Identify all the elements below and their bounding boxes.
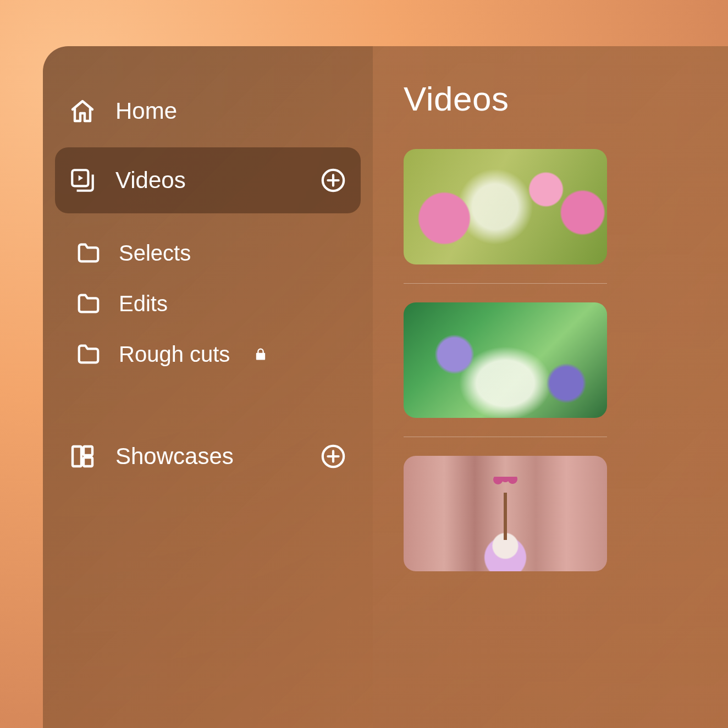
folder-item-rough-cuts[interactable]: Rough cuts — [43, 329, 373, 379]
svg-rect-4 — [84, 457, 92, 466]
folder-label: Rough cuts — [119, 342, 230, 367]
sidebar-item-home[interactable]: Home — [43, 85, 373, 137]
video-thumbnail[interactable] — [404, 456, 607, 571]
folder-label: Edits — [119, 291, 168, 316]
folder-icon — [75, 239, 102, 267]
folder-item-edits[interactable]: Edits — [43, 278, 373, 329]
sidebar-item-showcases[interactable]: Showcases — [43, 430, 373, 483]
page-title: Videos — [404, 79, 728, 118]
sidebar-item-videos[interactable]: Videos — [55, 147, 361, 213]
sidebar-item-label: Showcases — [115, 443, 300, 470]
main-content: Videos — [373, 46, 728, 728]
sidebar-item-label: Videos — [115, 167, 300, 194]
sidebar-item-label: Home — [115, 98, 348, 124]
video-thumbnail[interactable] — [404, 149, 607, 264]
add-showcase-button[interactable] — [319, 442, 348, 471]
video-library-icon — [68, 166, 97, 195]
sidebar: Home Videos — [43, 46, 373, 728]
lock-icon — [251, 344, 271, 364]
folder-label: Selects — [119, 241, 191, 266]
divider — [404, 283, 607, 284]
video-thumbnail[interactable] — [404, 302, 607, 418]
folder-icon — [75, 290, 102, 317]
svg-rect-2 — [73, 446, 81, 466]
home-icon — [68, 97, 97, 125]
app-panel: Home Videos — [43, 46, 728, 728]
grid-layout-icon — [68, 442, 97, 471]
folder-item-selects[interactable]: Selects — [43, 228, 373, 278]
svg-rect-3 — [84, 446, 92, 455]
video-thumbnail-list — [404, 149, 728, 571]
add-video-button[interactable] — [319, 166, 348, 195]
folder-icon — [75, 340, 102, 368]
divider — [404, 437, 607, 437]
